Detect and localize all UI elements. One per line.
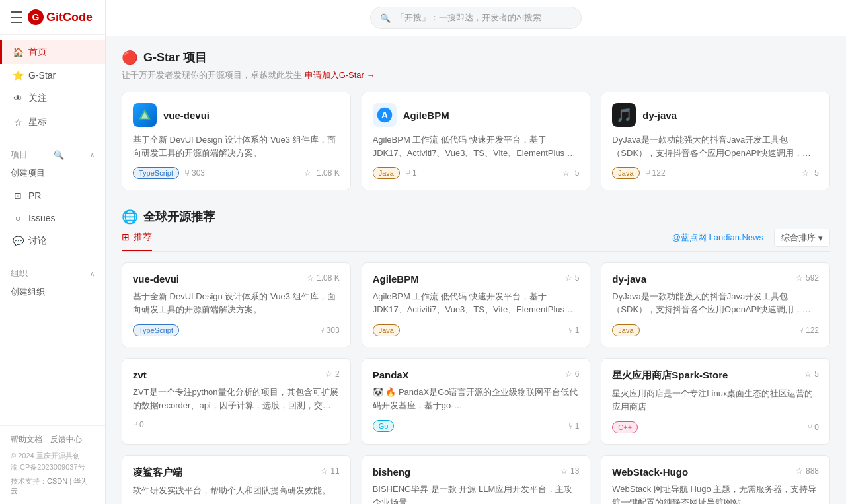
pr-icon: ⊡	[13, 190, 23, 201]
project-desc: ZVT是一个专注python量化分析的项目，其包含可扩展的数据recorder、…	[133, 386, 340, 412]
gstar-card-dy-java[interactable]: 🎵 dy-java DyJava是一款功能强大的抖音Java开发工具包（SDK）…	[601, 92, 830, 190]
project-name: zvt	[133, 369, 147, 380]
sidebar-item-label: 首页	[28, 46, 47, 58]
sidebar-header: G GitCode	[0, 0, 105, 35]
star-icon: ☆	[321, 466, 328, 476]
fork-icon: ⑂	[320, 326, 325, 335]
gstar-subtitle-text: 让千万开发者发现你的开源项目，卓越就此发生	[122, 70, 302, 80]
card-desc-dy: DyJava是一款功能强大的抖音Java开发工具包（SDK），支持抖音各个应用O…	[612, 133, 819, 159]
project-card-lingjing[interactable]: 凌鲨客户端 ☆ 11 软件研发实践平台，帮助个人和团队提高研发效能。 TypeS…	[122, 455, 351, 504]
fork-icon: ⑂	[568, 326, 573, 335]
project-card-vue-devui[interactable]: vue-devui ☆ 1.08 K 基于全新 DevUI Design 设计体…	[122, 262, 351, 347]
feedback-link[interactable]: 反馈中心	[50, 434, 82, 445]
sidebar-item-label: 讨论	[28, 235, 47, 247]
search-bar[interactable]: 🔍 「开搜」：一搜即达，开发者的AI搜索	[370, 7, 582, 29]
star-count: 5	[575, 168, 580, 178]
sidebar-footer: 帮助文档 反馈中心 © 2024 重庆开源共创 渝ICP备2023009037号…	[0, 425, 105, 504]
create-org-link[interactable]: 创建组织	[0, 283, 105, 303]
card-footer-dy: Java ⑂ 122 ☆ 5	[612, 167, 819, 179]
sidebar-nav: 🏠 首页 ⭐ G-Star 👁 关注 ☆ 星标 项目 🔍 ∧ 创建项目 ⊡	[0, 35, 105, 425]
gstar-apply-link[interactable]: 申请加入G-Star →	[305, 70, 375, 80]
project-card-webstack[interactable]: WebStack-Hugo ☆ 888 WebStack 网址导航 Hugo 主…	[601, 455, 830, 504]
sidebar-item-gstar[interactable]: ⭐ G-Star	[0, 64, 105, 87]
fork-count: 0	[139, 420, 144, 429]
issues-icon: ○	[13, 213, 23, 223]
section-org-label: 组织	[11, 268, 28, 279]
project-card-agilebpm[interactable]: AgileBPM ☆ 5 AgileBPM 工作流 低代码 快速开发平台，基于 …	[362, 262, 591, 347]
card-footer-agile: Java ⑂ 1 ☆ 5	[373, 167, 580, 179]
sidebar-item-label: Issues	[28, 213, 55, 223]
project-stars: ☆ 2	[325, 369, 340, 378]
help-docs-link[interactable]: 帮助文档	[11, 434, 42, 445]
fork-count: 0	[814, 423, 819, 432]
gstar-card-agilebpm[interactable]: A AgileBPM AgileBPM 工作流 低代码 快速开发平台，基于 JD…	[362, 92, 591, 190]
fork-count: 1	[575, 421, 580, 431]
star-count: 5	[814, 168, 819, 178]
project-footer: TypeScript ⑂ 303	[133, 324, 340, 336]
fork-count: 303	[327, 326, 340, 335]
fork-icon: ⑂	[405, 168, 410, 178]
project-name: dy-java	[612, 273, 646, 285]
gstar-cards-container: vue-devui 基于全新 DevUI Design 设计体系的 Vue3 组…	[122, 92, 830, 190]
csdn-link[interactable]: CSDN	[47, 477, 67, 485]
fork-stat: ⑂ 1	[568, 421, 580, 431]
create-project-link[interactable]: 创建项目	[0, 164, 105, 184]
sidebar-item-star[interactable]: ☆ 星标	[0, 110, 105, 134]
card-tags-dy: Java ⑂ 122	[612, 167, 665, 179]
chevron-up-icon[interactable]: ∧	[90, 151, 95, 159]
project-card-zvt[interactable]: zvt ☆ 2 ZVT是一个专注python量化分析的项目，其包含可扩展的数据r…	[122, 358, 351, 445]
global-title-text: 全球开源推荐	[143, 209, 215, 225]
fork-icon: ⑂	[645, 168, 650, 178]
card-tags-agile: Java ⑂ 1	[373, 167, 417, 179]
gstar-card-vue-devui[interactable]: vue-devui 基于全新 DevUI Design 设计体系的 Vue3 组…	[122, 92, 351, 190]
project-card-header: dy-java ☆ 592	[612, 273, 819, 285]
project-stars: ☆ 6	[565, 369, 580, 378]
sidebar-item-follow[interactable]: 👁 关注	[0, 87, 105, 110]
source-link[interactable]: @蓝点网 Landian.News	[672, 232, 763, 244]
tag-cpp: C++	[612, 421, 638, 433]
fork-icon: ⑂	[184, 168, 190, 178]
tab-recommend[interactable]: ⊞ 推荐	[122, 225, 152, 251]
fork-stat: ⑂ 0	[133, 420, 144, 429]
search-icon[interactable]: 🔍	[54, 150, 64, 160]
project-card-bisheng[interactable]: bisheng ☆ 13 BISHENG毕昇 是一款 开源 LLM应用开发平台，…	[362, 455, 591, 504]
sidebar-item-issues[interactable]: ○ Issues	[0, 207, 105, 229]
project-card-spark[interactable]: 星火应用商店Spark-Store ☆ 5 星火应用商店是一个专注Linux桌面…	[601, 358, 830, 445]
sidebar-item-discuss[interactable]: 💬 讨论	[0, 229, 105, 253]
star-stat-vue: ☆ 1.08 K	[304, 168, 340, 178]
project-desc: 软件研发实践平台，帮助个人和团队提高研发效能。	[133, 484, 340, 504]
card-header: vue-devui	[133, 103, 340, 127]
footer-support: 技术支持：CSDN | 华为云	[11, 476, 95, 496]
card-header: A AgileBPM	[373, 103, 580, 127]
star-count: 888	[806, 466, 819, 476]
tab-recommend-label: 推荐	[134, 231, 152, 243]
sidebar-item-home[interactable]: 🏠 首页	[0, 40, 105, 64]
card-title-agile: AgileBPM	[403, 110, 449, 121]
sidebar-item-pr[interactable]: ⊡ PR	[0, 184, 105, 207]
site-logo[interactable]: G GitCode	[28, 9, 93, 25]
project-card-header: zvt ☆ 2	[133, 369, 340, 380]
fork-count: 303	[192, 168, 205, 178]
project-stars: ☆ 888	[796, 466, 819, 476]
star-icon: ☆	[562, 168, 570, 178]
star-icon: ☆	[804, 369, 812, 378]
star-icon: ☆	[802, 168, 809, 178]
gstar-section: 🔴 G-Star 项目 让千万开发者发现你的开源项目，卓越就此发生 申请加入G-…	[122, 50, 830, 190]
menu-icon[interactable]	[11, 11, 22, 23]
chevron-up-icon-2[interactable]: ∧	[90, 270, 95, 277]
copyright-line2: 渝ICP备2023009037号	[11, 462, 95, 474]
sort-dropdown[interactable]: 综合排序 ▾	[774, 229, 830, 247]
tag-java: Java	[373, 324, 400, 336]
section-org-header: 组织 ∧	[0, 264, 105, 283]
tag-java-dy: Java	[612, 167, 639, 179]
fork-count: 122	[806, 326, 819, 335]
fork-stat: ⑂ 0	[808, 423, 819, 432]
fork-icon: ⑂	[568, 421, 573, 431]
project-card-dy-java[interactable]: dy-java ☆ 592 DyJava是一款功能强大的抖音Java开发工具包（…	[601, 262, 830, 347]
project-card-pandax[interactable]: PandaX ☆ 6 🐼 🔥 PandaX是Go语言开源的企业级物联网平台低代码…	[362, 358, 591, 445]
card-desc-agile: AgileBPM 工作流 低代码 快速开发平台，基于 JDK17、Activit…	[373, 133, 580, 159]
project-stars: ☆ 5	[804, 369, 819, 378]
star-count: 2	[335, 369, 340, 378]
sidebar-item-label: PR	[28, 190, 41, 201]
home-icon: 🏠	[13, 47, 23, 57]
